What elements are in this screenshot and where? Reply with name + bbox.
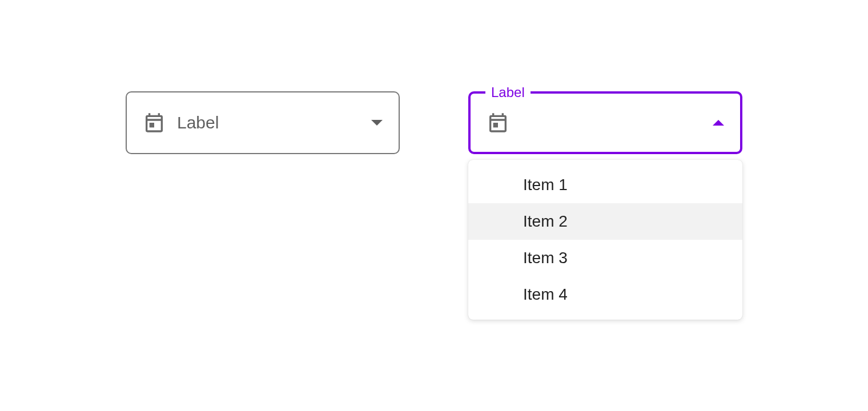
select-closed[interactable]: Label bbox=[126, 91, 400, 154]
menu-item[interactable]: Item 1 bbox=[468, 167, 742, 203]
chevron-up-icon bbox=[713, 120, 724, 126]
svg-rect-1 bbox=[493, 123, 498, 127]
select-menu: Item 1 Item 2 Item 3 Item 4 bbox=[468, 160, 742, 320]
select-label: Label bbox=[177, 113, 371, 132]
menu-item-label: Item 2 bbox=[523, 212, 568, 231]
menu-item-label: Item 1 bbox=[523, 176, 568, 194]
calendar-icon bbox=[487, 111, 509, 134]
calendar-icon bbox=[143, 111, 166, 134]
chevron-down-icon bbox=[371, 120, 383, 126]
menu-item[interactable]: Item 2 bbox=[468, 203, 742, 240]
select-open[interactable]: Label bbox=[468, 91, 742, 154]
menu-item-label: Item 3 bbox=[523, 249, 568, 267]
menu-item[interactable]: Item 3 bbox=[468, 240, 742, 276]
menu-item[interactable]: Item 4 bbox=[468, 276, 742, 313]
svg-rect-0 bbox=[150, 123, 154, 127]
menu-item-label: Item 4 bbox=[523, 285, 568, 304]
select-floating-label: Label bbox=[485, 84, 531, 100]
